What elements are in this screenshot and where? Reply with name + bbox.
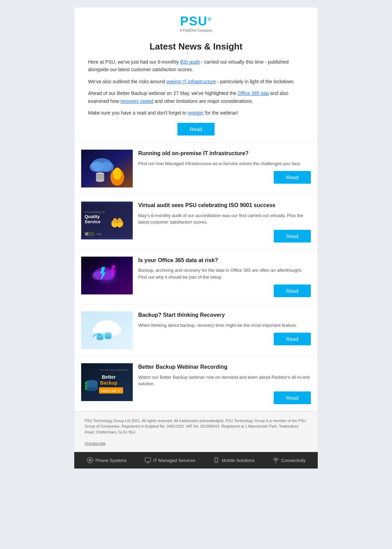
unsubscribe-link[interactable]: Unsubscribe	[85, 441, 106, 445]
article-desc-2: May's 6-monthly audit of our accreditati…	[138, 212, 311, 226]
hero-para-4: Make sure you have a read and don't forg…	[88, 109, 304, 117]
svg-point-3	[100, 162, 114, 172]
article-card-3: Is your Office 365 data at risk? Backup,…	[74, 250, 318, 304]
svg-point-8	[113, 168, 121, 180]
svg-text:Watch now ➜: Watch now ➜	[101, 389, 120, 392]
hero-read-btn-container: Read	[88, 123, 304, 136]
article-read-btn-container-2: Read	[138, 230, 311, 243]
svg-text:Service: Service	[85, 219, 100, 224]
recovery-speed-link[interactable]: recovery speed	[120, 98, 153, 104]
svg-point-40	[85, 387, 98, 391]
svg-point-50	[89, 460, 90, 461]
article-card-2: Committed to Quality Service 🤲 ITIL Virt…	[74, 195, 318, 249]
nav-item-mobile[interactable]: Mobile Solutions	[213, 457, 254, 464]
article-desc-3: Backup, archiving and recovery for the d…	[138, 267, 311, 280]
o365-image	[81, 257, 133, 294]
legal-text: PSU Technology Group Ltd 2021. All right…	[85, 418, 307, 435]
article-card-1: Running old on-premise IT infrastructure…	[74, 143, 318, 195]
article-image-1	[81, 150, 133, 187]
svg-point-30	[97, 337, 104, 340]
logo-container: PSU® A FluidOne Company	[81, 14, 311, 32]
article-content-5: Better Backup Webinar Recording Watch ou…	[138, 363, 311, 404]
ageing-it-link[interactable]: ageing IT infrastructure	[166, 79, 216, 84]
article-title-5: Better Backup Webinar Recording	[138, 363, 311, 371]
article-image-4	[81, 311, 133, 349]
article-desc-5: Watch our Better Backup webinar now on-d…	[138, 374, 311, 387]
article-image-5: On-Demand Webinar: Better Backup Watch n…	[81, 363, 133, 401]
svg-point-35	[105, 332, 111, 335]
it-managed-label: IT Managed Services	[153, 458, 196, 463]
hero-para-1: Here at PSU, we've just had our 6-monthl…	[88, 58, 304, 74]
nav-item-connectivity[interactable]: Connectivity	[272, 457, 306, 464]
svg-point-41	[85, 382, 87, 384]
article-read-button-4[interactable]: Read	[274, 333, 311, 345]
article-card-4: Backup? Start thinking Recovery When thi…	[74, 304, 318, 356]
article-card-5: On-Demand Webinar: Better Backup Watch n…	[74, 356, 318, 411]
page-wrapper: PSU® A FluidOne Company Latest News & In…	[0, 0, 392, 476]
svg-point-53	[216, 461, 217, 462]
article-content-3: Is your Office 365 data at risk? Backup,…	[138, 257, 311, 297]
phone-icon	[87, 457, 94, 464]
it-infra-image	[81, 150, 133, 187]
article-image-3	[81, 257, 133, 294]
footer-legal: PSU Technology Group Ltd 2021. All right…	[74, 411, 318, 452]
email-header: PSU® A FluidOne Company	[74, 7, 318, 38]
article-image-2: Committed to Quality Service 🤲 ITIL	[81, 202, 133, 239]
article-read-button-2[interactable]: Read	[274, 230, 311, 243]
logo-subtitle: A FluidOne Company	[81, 29, 311, 32]
article-read-btn-container-5: Read	[138, 391, 311, 404]
svg-text:🤲: 🤲	[110, 216, 124, 229]
svg-text:Committed to: Committed to	[85, 211, 105, 214]
article-content-2: Virtual audit sees PSU celebrating ISO 9…	[138, 202, 311, 242]
connectivity-label: Connectivity	[281, 458, 306, 463]
nav-item-it-managed[interactable]: IT Managed Services	[144, 457, 196, 464]
logo: PSU®	[180, 14, 212, 28]
hero-read-button[interactable]: Read	[177, 123, 215, 136]
svg-point-15	[85, 232, 88, 236]
mobile-solutions-label: Mobile Solutions	[222, 458, 254, 463]
svg-text:Backup: Backup	[100, 380, 118, 386]
article-read-button-3[interactable]: Read	[274, 284, 311, 297]
hero-para-3: Ahead of our Better Backup webinar on 27…	[88, 89, 304, 105]
svg-point-6	[96, 179, 104, 182]
bottom-nav: Phone Systems IT Managed Services	[74, 452, 318, 469]
article-read-btn-container-4: Read	[138, 333, 311, 345]
backup-image	[81, 311, 133, 349]
svg-point-34	[105, 336, 111, 339]
svg-text:ITIL: ITIL	[97, 233, 102, 236]
register-link[interactable]: register	[188, 110, 204, 116]
office365-gap-link[interactable]: Office 365 gap	[238, 90, 269, 96]
hero-para-2: We've also outlined the risks around age…	[88, 78, 304, 85]
monitor-icon	[144, 457, 151, 464]
article-title-2: Virtual audit sees PSU celebrating ISO 9…	[138, 202, 311, 209]
connectivity-icon	[272, 457, 279, 464]
hero-section: Latest News & Insight Here at PSU, we've…	[74, 38, 318, 143]
svg-point-42	[85, 385, 87, 387]
phone-systems-label: Phone Systems	[96, 458, 127, 463]
svg-rect-51	[145, 458, 151, 462]
article-read-btn-container-3: Read	[138, 284, 311, 297]
article-content-4: Backup? Start thinking Recovery When thi…	[138, 311, 311, 345]
svg-text:Better: Better	[102, 374, 116, 380]
article-read-btn-container-1: Read	[138, 171, 311, 184]
article-title-3: Is your Office 365 data at risk?	[138, 257, 311, 264]
mobile-icon	[213, 457, 220, 464]
hero-title: Latest News & Insight	[88, 41, 304, 52]
svg-text:Quality: Quality	[85, 214, 100, 219]
nav-item-phone-systems[interactable]: Phone Systems	[87, 457, 127, 464]
article-desc-4: When thinking about backup, recovery tim…	[138, 322, 311, 329]
article-title-1: Running old on-premise IT infrastructure…	[138, 150, 311, 157]
svg-text:On-Demand Webinar:: On-Demand Webinar:	[100, 369, 130, 371]
email-container: PSU® A FluidOne Company Latest News & In…	[74, 7, 318, 469]
webinar-image: On-Demand Webinar: Better Backup Watch n…	[81, 363, 133, 401]
article-content-1: Running old on-premise IT infrastructure…	[138, 150, 311, 184]
article-read-button-1[interactable]: Read	[274, 171, 311, 184]
article-read-button-5[interactable]: Read	[274, 391, 311, 404]
article-desc-1: Find out how Managed Infrastructure-as-a…	[138, 160, 311, 167]
bsi-audit-link[interactable]: BSI audit	[180, 59, 200, 65]
article-title-4: Backup? Start thinking Recovery	[138, 311, 311, 319]
iso-image: Committed to Quality Service 🤲 ITIL	[81, 202, 133, 239]
svg-point-43	[85, 388, 87, 390]
